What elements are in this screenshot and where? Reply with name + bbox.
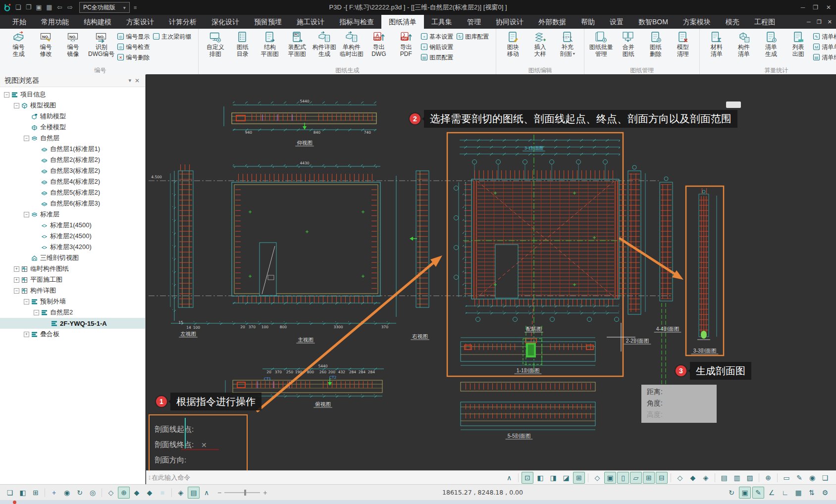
more-tools-icon[interactable]: ∧ [201, 487, 212, 499]
dynamic-input-icon[interactable]: ⇅ [806, 487, 818, 499]
point-element-icon[interactable]: ◇ [591, 472, 603, 484]
ribbon-small-清单单位[interactable]: M清单单位 [813, 42, 836, 52]
ribbon-button-材料清单[interactable]: 材料清单 [703, 30, 730, 58]
ribbon-button-图纸删除[interactable]: 图纸删除 [642, 30, 669, 58]
ribbon-button-构件清单[interactable]: 构件清单 [730, 30, 757, 58]
box-select-icon[interactable]: ⊞ [573, 472, 585, 484]
collapse-toolbar-icon[interactable]: ∧ [503, 472, 515, 484]
tab-帮助[interactable]: 帮助 [574, 15, 602, 29]
tab-工程图[interactable]: 工程图 [747, 15, 783, 29]
tab-深化设计[interactable]: 深化设计 [204, 15, 247, 29]
ribbon-small-基本设置[interactable]: +基本设置 [420, 32, 456, 42]
section-clip-icon[interactable]: ◈ [175, 487, 187, 499]
tab-计算分析[interactable]: 计算分析 [161, 15, 204, 29]
tab-预留预埋[interactable]: 预留预埋 [247, 15, 289, 29]
sketch-mode-icon[interactable]: ✎ [752, 487, 764, 499]
zoom-track[interactable] [224, 492, 260, 493]
component-top-icon[interactable]: ◧ [534, 472, 546, 484]
panel-collapse-icon[interactable]: ▾ [126, 77, 134, 84]
ribbon-button-编号生成[interactable]: 编号生成 [5, 30, 32, 58]
tree-item-自然层[interactable]: −自然层 [0, 133, 145, 144]
ribbon-button-图纸批量管理[interactable]: 图纸批量管理 [587, 30, 615, 58]
tab-外部数据[interactable]: 外部数据 [531, 15, 574, 29]
tab-工具集[interactable]: 工具集 [424, 15, 460, 29]
view-cube-b-icon[interactable]: ◆ [687, 472, 699, 484]
cad-viewport[interactable]: 仰视图左视图主视图右视图俯视图配筋图1-1剖面图5-5剖面图2-2剖面图4-4剖… [146, 74, 836, 470]
ribbon-button-补充剖面[interactable]: 补充剖面▾ [554, 30, 581, 58]
slab-element-icon[interactable]: ▱ [630, 472, 642, 484]
tree-item-自然层2(标准层2)[interactable]: 自然层2(标准层2) [0, 154, 145, 165]
zoom-extents-icon[interactable]: + [48, 487, 60, 499]
tree-expander-icon[interactable]: + [14, 277, 19, 283]
polar-track-icon[interactable]: ∠ [766, 487, 778, 499]
tree-expander-icon[interactable]: − [4, 92, 9, 98]
ribbon-small-图层配置[interactable]: ▤图层配置 [420, 52, 456, 63]
ribbon-small-清单结果[interactable]: ▤清单结果 [813, 52, 836, 63]
tree-expander-icon[interactable]: + [24, 332, 29, 337]
tree-item-模型视图[interactable]: −模型视图 [0, 100, 145, 111]
tab-结构建模[interactable]: 结构建模 [76, 15, 119, 29]
tab-施工设计[interactable]: 施工设计 [289, 15, 332, 29]
ribbon-small-编号删除[interactable]: ✕编号删除 [117, 52, 153, 63]
tree-item-项目信息[interactable]: −项目信息 [0, 89, 145, 100]
tree-item-辅助模型[interactable]: 辅助模型 [0, 111, 145, 122]
ribbon-button-列表出图[interactable]: 列表出图 [784, 30, 812, 58]
display-wireframe-icon[interactable]: ◇ [105, 487, 117, 499]
close-button[interactable]: ✕ [826, 0, 831, 15]
tree-item-预制外墙[interactable]: −预制外墙 [0, 296, 145, 307]
display-wire-shaded-icon[interactable]: ⊕ [118, 487, 130, 499]
tab-常用功能[interactable]: 常用功能 [34, 15, 76, 29]
doc-restore-button[interactable]: ❐ [817, 15, 822, 29]
view-cube-c-icon[interactable]: ◈ [700, 472, 712, 484]
zoom-in-button[interactable]: + [263, 489, 267, 497]
grab-view-icon[interactable]: ❏ [819, 472, 831, 484]
minimize-button[interactable]: ─ [801, 0, 805, 15]
ribbon-button-图纸目录[interactable]: 图纸目录 [229, 30, 256, 58]
ribbon-small-编号显示[interactable]: ◎编号显示 [117, 32, 153, 42]
regen-icon[interactable]: ↻ [726, 487, 737, 499]
panel-close-icon[interactable]: ✕ [134, 77, 141, 84]
tree-item-自然层4(标准层2)[interactable]: 自然层4(标准层2) [0, 176, 145, 187]
toolbar-grip[interactable]: ⁞⁞ [149, 475, 150, 481]
display-solid-icon[interactable]: ■ [157, 487, 168, 499]
zoom-window-icon[interactable]: ◎ [87, 487, 99, 499]
tree-item-自然层3(标准层2)[interactable]: 自然层3(标准层2) [0, 165, 145, 176]
ribbon-button-装配式平面图[interactable]: PC装配式平面图 [283, 30, 311, 58]
tab-协同设计[interactable]: 协同设计 [488, 15, 531, 29]
quick-access-menu-icon[interactable]: ≡ [134, 4, 137, 10]
tree-item-标准层2(4500)[interactable]: 标准层2(4500) [0, 231, 145, 242]
save-as-icon[interactable]: ▦ [44, 0, 54, 15]
pmx-doc-icon[interactable]: ▤ [718, 472, 730, 484]
tree-item-构件详图[interactable]: −构件详图 [0, 285, 145, 296]
save-icon[interactable]: ▣ [34, 0, 44, 15]
ribbon-button-导出DWG[interactable]: ADWG导出DWG [365, 30, 392, 58]
tree-expander-icon[interactable]: − [34, 310, 39, 315]
tree-expander-icon[interactable]: − [14, 288, 19, 294]
tab-数智BOM[interactable]: 数智BOM [631, 15, 676, 29]
material-paint-icon[interactable]: ◉ [806, 472, 818, 484]
ribbon-button-结构平面图[interactable]: 结构平面图 [256, 30, 283, 58]
tree-item-临时构件图纸[interactable]: +临时构件图纸 [0, 263, 145, 274]
view-cube-a-icon[interactable]: ◇ [674, 472, 686, 484]
tree-expander-icon[interactable]: − [24, 299, 29, 304]
new-file-icon[interactable]: ❏ [13, 0, 23, 15]
tab-设置[interactable]: 设置 [602, 15, 631, 29]
tree-item-标准层3(4200)[interactable]: 标准层3(4200) [0, 242, 145, 252]
grid-snap-icon[interactable]: ▦ [792, 487, 804, 499]
tab-指标与检查[interactable]: 指标与检查 [332, 15, 381, 29]
ribbon-button-编号镜像[interactable]: NO.编号镜像 [59, 30, 87, 58]
tree-expander-icon[interactable]: − [24, 212, 29, 217]
tree-item-标准层[interactable]: −标准层 [0, 209, 145, 220]
new-viewport-icon[interactable]: ❏ [4, 487, 16, 499]
tab-开始[interactable]: 开始 [5, 15, 34, 29]
window-element-icon[interactable]: ⊟ [656, 472, 668, 484]
display-shaded-icon[interactable]: ◆ [131, 487, 143, 499]
tree-item-平面施工图[interactable]: +平面施工图 [0, 274, 145, 285]
ribbon-small-编号检查[interactable]: ◎编号检查 [117, 42, 153, 52]
canvas-scrollbar-thumb[interactable] [726, 101, 741, 108]
component-middle-icon[interactable]: ◨ [547, 472, 559, 484]
pm-doc-icon[interactable]: ▥ [731, 472, 743, 484]
ribbon-button-合并图纸[interactable]: 合并图纸 [615, 30, 642, 58]
tree-item-自然层1(标准层1)[interactable]: 自然层1(标准层1) [0, 144, 145, 154]
ribbon-button-识别DWG编号[interactable]: NO.识别DWG编号 [87, 30, 116, 58]
